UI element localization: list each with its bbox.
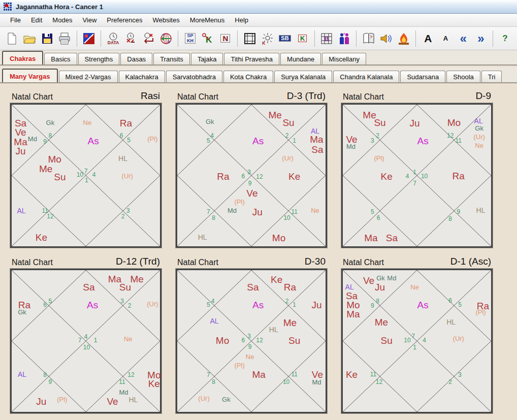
house-number: 8 <box>448 216 452 222</box>
open-file-button[interactable] <box>21 29 39 48</box>
planet-label: Ke <box>36 232 47 242</box>
menu-websites[interactable]: Websites <box>147 14 184 26</box>
reading-button[interactable] <box>360 29 377 48</box>
nakshatra-button[interactable]: N <box>217 29 235 48</box>
planet-label: Su <box>381 336 393 345</box>
chart-header: Natal ChartD-3 (Trd) <box>176 90 327 103</box>
next-view-icon: » <box>477 33 484 45</box>
house-number: 10 <box>83 344 90 350</box>
tab-kalachakra[interactable]: Kalachakra <box>119 71 165 82</box>
house-number: 6 <box>242 337 245 343</box>
menu-modes[interactable]: Modes <box>47 14 77 26</box>
planet-label: Ve <box>246 188 257 198</box>
font-smaller-icon: A <box>443 35 448 42</box>
save-file-button[interactable] <box>38 29 56 48</box>
menu-file[interactable]: File <box>5 14 26 26</box>
tab-chakras[interactable]: Chakras <box>2 51 43 64</box>
north-indian-chart[interactable]: SaMaMeSuAsRaGk6532(Ur)74110NeAL891211MoK… <box>10 269 161 413</box>
font-larger-button[interactable]: A <box>419 29 437 48</box>
house-number: 3 <box>371 138 374 144</box>
bhava-grid-button[interactable]: B <box>318 29 336 48</box>
tab-kota-chakra[interactable]: Kota Chakra <box>223 71 273 82</box>
tab-tithi-pravesha[interactable]: Tithi Pravesha <box>224 53 279 64</box>
sp-kh-button[interactable]: SPKH <box>181 29 199 48</box>
tab-tajaka[interactable]: Tajaka <box>191 53 223 64</box>
compatibility-button[interactable] <box>336 29 353 48</box>
north-indian-chart[interactable]: VeGkMdJuALSaMoMa98NeAs65Ra(Pl)HLMeSu1074… <box>341 269 493 413</box>
house-number: 12 <box>47 213 53 219</box>
tab-transits[interactable]: Transits <box>153 53 190 64</box>
chart-varga-title: D-3 (Trd) <box>287 90 326 102</box>
svg-text:B: B <box>325 35 329 42</box>
house-number: 12 <box>447 133 454 139</box>
north-indian-chart[interactable]: Gk54AsMeSu21ALMaSa(Ur)Ra63129KeVe(Pl)MdJ… <box>176 103 327 248</box>
planet-label: Ve <box>363 275 374 285</box>
tab-tri[interactable]: Tri <box>481 71 502 82</box>
north-indian-chart[interactable]: SaKeRaAs5421JuALMeHLMo63129SuNe(Pl)Ma781… <box>176 269 327 413</box>
menu-preferences[interactable]: Preferences <box>102 14 147 26</box>
planet-label: Sa <box>83 282 94 292</box>
kp-key-button[interactable]: K <box>199 29 217 48</box>
chart-lines <box>343 270 491 412</box>
tab-sudarsana[interactable]: Sudarsana <box>400 71 445 82</box>
tab-mundane[interactable]: Mundane <box>280 53 321 64</box>
help-button[interactable]: ? <box>496 29 514 48</box>
menu-edit[interactable]: Edit <box>26 14 47 26</box>
menu-moremenus[interactable]: MoreMenus <box>185 14 230 26</box>
house-number: 3 <box>247 333 251 339</box>
tab-strengths[interactable]: Strengths <box>78 53 120 64</box>
timezone-button[interactable]: TZ <box>157 29 175 48</box>
tab-miscellany[interactable]: Miscellany <box>322 53 366 64</box>
chart-type-label: Natal Chart <box>12 258 53 267</box>
tab-dasas[interactable]: Dasas <box>120 53 152 64</box>
menu-view[interactable]: View <box>77 14 102 26</box>
arudha-label: AL <box>311 127 319 135</box>
planet-label: Me <box>131 274 144 283</box>
astro-options-button[interactable] <box>80 29 98 48</box>
hora-lagna-label: HL <box>269 326 278 333</box>
prev-view-button[interactable]: « <box>455 29 472 48</box>
tab-shoola[interactable]: Shoola <box>446 71 480 82</box>
chart-varga-title: Rasi <box>141 90 160 102</box>
birth-data-button[interactable]: DATA <box>104 29 122 48</box>
font-larger-icon: A <box>424 33 432 44</box>
north-indian-chart[interactable]: MeSuJuMoALGk(Ur)NeVeMd32As1211(Pl)Ke4110… <box>341 103 493 248</box>
house-number: 1 <box>413 344 416 350</box>
house-number: 3 <box>458 372 462 378</box>
house-number: 7 <box>207 372 210 378</box>
next-view-button[interactable]: » <box>472 29 490 48</box>
tab-surya-kalanala[interactable]: Surya Kalanala <box>274 71 332 82</box>
print-button[interactable] <box>56 29 74 48</box>
north-indian-chart[interactable]: SaVeMaJuGkMd98NeAsRa65(Pl)HLMoMeSu10741(… <box>10 103 161 248</box>
sp-kh-icon: SPKH <box>185 33 196 44</box>
chakra-grid-button[interactable] <box>241 29 258 48</box>
planet-label: Ra <box>284 282 296 292</box>
delete-time-icon <box>124 32 137 45</box>
surya-kalanala-button[interactable]: K <box>258 29 276 48</box>
tab-mixed-2-vargas[interactable]: Mixed 2-Vargas <box>59 71 118 82</box>
chart-lines <box>177 105 326 246</box>
delete-time-button[interactable] <box>122 29 140 48</box>
sarvatobhadra-button[interactable]: SB <box>276 29 294 48</box>
house-number: 10 <box>283 215 290 221</box>
upagraha-label: Md <box>387 275 396 281</box>
homam-fire-button[interactable] <box>395 29 413 48</box>
new-file-button[interactable] <box>3 29 21 48</box>
kota-chakra-button[interactable]: K <box>294 29 311 48</box>
hora-lagna-label: HL <box>476 207 486 214</box>
ascendant-label: As <box>87 300 98 310</box>
font-smaller-button[interactable]: A <box>437 29 455 48</box>
tab-basics[interactable]: Basics <box>44 53 77 64</box>
sound-button[interactable] <box>377 29 395 48</box>
house-number: 4 <box>406 173 409 179</box>
revert-time-button[interactable] <box>140 29 157 48</box>
tab-many-vargas[interactable]: Many Vargas <box>2 69 58 82</box>
chakra-grid-icon <box>243 32 256 45</box>
tab-chandra-kalanala[interactable]: Chandra Kalanala <box>333 71 399 82</box>
house-number: 12 <box>256 174 263 180</box>
menu-help[interactable]: Help <box>230 14 253 26</box>
outer-planet-label: (Pl) <box>235 362 245 368</box>
tab-sarvatobhadra[interactable]: Sarvatobhadra <box>166 71 222 82</box>
upagraha-label: Gk <box>46 119 55 125</box>
house-number: 11 <box>370 371 376 377</box>
